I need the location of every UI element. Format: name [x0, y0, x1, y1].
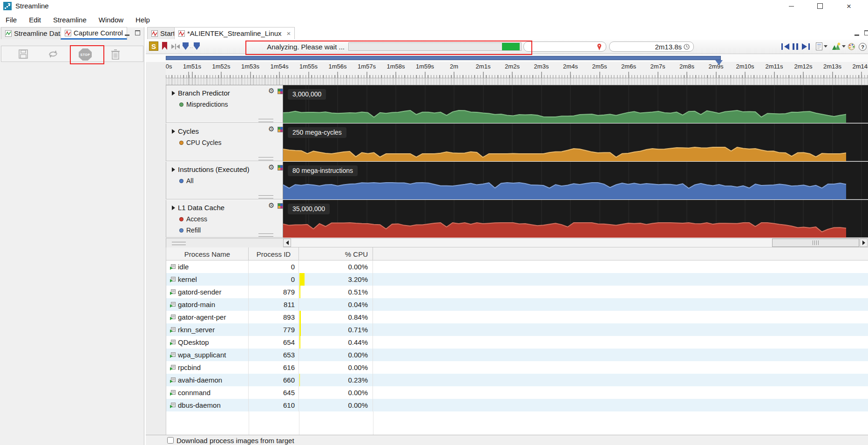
next-bookmark-icon[interactable]: [194, 42, 200, 50]
scrollbar-thumb[interactable]: [772, 239, 859, 247]
table-row[interactable]: dbus-daemon 610 0.00%: [166, 399, 868, 411]
time-label: 2m1s: [476, 63, 491, 70]
expand-arrow-icon[interactable]: [172, 167, 175, 172]
chart-horizontal-scrollbar[interactable]: [283, 238, 868, 247]
gear-icon[interactable]: ⚙: [268, 202, 274, 209]
cpu-usage-bar: [299, 374, 300, 386]
snap-to-marker-icon[interactable]: [171, 44, 180, 49]
table-row[interactable]: gator-agent-per 893 0.84%: [166, 311, 868, 323]
expand-arrow-icon[interactable]: [172, 205, 175, 210]
process-id: 653: [249, 349, 299, 361]
series-row[interactable]: CPU Cycles: [179, 139, 221, 146]
column-header-process-id[interactable]: Process ID: [249, 247, 299, 260]
process-table-header[interactable]: Process Name Process ID % CPU: [166, 247, 868, 260]
chart-title: Cycles: [178, 127, 199, 135]
panel-maximize-icon[interactable]: [135, 30, 141, 36]
chart-lane[interactable]: 3,000,000: [283, 85, 868, 123]
panel-resize-grip-icon[interactable]: [258, 119, 273, 122]
marker-field[interactable]: [523, 41, 606, 52]
stop-icon[interactable]: STOP: [79, 48, 92, 61]
series-dot-icon: [179, 179, 183, 183]
report-menu-button[interactable]: [816, 42, 827, 50]
playhead-caret-icon[interactable]: [715, 60, 723, 65]
tab-close-icon[interactable]: ×: [287, 29, 291, 37]
trash-icon[interactable]: [110, 49, 121, 60]
time-label: 1m54s: [270, 63, 288, 70]
maximize-button[interactable]: [809, 0, 831, 12]
panel-resize-grip-icon[interactable]: [258, 157, 273, 160]
panel-resize-grip-icon[interactable]: [258, 195, 273, 199]
cpu-percent: 0.00%: [348, 389, 368, 397]
gear-icon[interactable]: ⚙: [268, 88, 274, 95]
table-row[interactable]: idle 0 0.00%: [166, 260, 868, 273]
table-row[interactable]: rknn_server 779 0.71%: [166, 323, 868, 336]
tab-alientek-streamline-linux[interactable]: *ALIENTEK_Streamline_Linux ×: [174, 27, 295, 39]
color-swatch-icon[interactable]: [278, 165, 283, 171]
pause-icon[interactable]: [793, 43, 798, 50]
time-display-field[interactable]: 2m13.8s: [609, 41, 694, 52]
process-icon: [170, 377, 176, 383]
panel-resize-grip-icon[interactable]: [258, 233, 273, 237]
close-button[interactable]: ×: [838, 0, 860, 12]
chart-lane[interactable]: 35,000,000: [283, 200, 868, 238]
view-minimize-icon[interactable]: [854, 31, 861, 36]
splitter[interactable]: [166, 238, 283, 247]
gear-icon[interactable]: ⚙: [268, 126, 274, 133]
gear-icon[interactable]: ⚙: [268, 164, 274, 171]
color-swatch-icon[interactable]: [278, 203, 283, 209]
table-row[interactable]: gatord-sender 879 0.51%: [166, 286, 868, 298]
chart-config-menu-button[interactable]: [832, 42, 846, 50]
process-id: 610: [249, 399, 299, 411]
skip-to-end-icon[interactable]: [802, 43, 810, 50]
skip-to-start-icon[interactable]: [781, 43, 789, 50]
sync-icon[interactable]: [47, 49, 59, 59]
time-ruler[interactable]: 1m50s1m51s1m52s1m53s1m54s1m55s1m56s1m57s…: [166, 62, 868, 85]
bookmark-icon[interactable]: [162, 42, 167, 50]
panel-minimize-icon[interactable]: [125, 31, 131, 36]
color-theme-button[interactable]: [848, 43, 855, 52]
minimize-button[interactable]: [780, 0, 802, 12]
color-swatch-icon[interactable]: [278, 127, 283, 132]
chart-lane[interactable]: 250 mega-cycles: [283, 123, 868, 161]
series-row[interactable]: Access: [179, 215, 207, 223]
chart-lane[interactable]: 80 mega-instructions: [283, 162, 868, 199]
capture-mode-icon[interactable]: S: [149, 41, 158, 51]
download-images-checkbox[interactable]: [167, 437, 174, 444]
column-header-process-name[interactable]: Process Name: [166, 247, 249, 260]
time-label: 2m2s: [505, 63, 520, 70]
tab-streamline-data[interactable]: Streamline Data: [1, 27, 68, 39]
previous-bookmark-icon[interactable]: [183, 42, 189, 50]
timeline-range-bar[interactable]: [166, 56, 721, 60]
series-row[interactable]: Refill: [179, 226, 201, 234]
process-name: connmand: [178, 389, 210, 397]
scroll-left-button[interactable]: [283, 239, 291, 247]
area-chart: [283, 200, 868, 238]
scroll-right-button[interactable]: [860, 239, 868, 247]
time-label: 1m58s: [387, 63, 405, 70]
save-icon[interactable]: [18, 49, 28, 59]
tab-capture-control[interactable]: Capture Control: [61, 27, 127, 40]
menu-help[interactable]: Help: [136, 16, 150, 24]
process-id: 0: [249, 273, 299, 286]
expand-arrow-icon[interactable]: [172, 129, 175, 134]
table-row[interactable]: wpa_supplicant 653 0.00%: [166, 349, 868, 361]
series-row[interactable]: All: [179, 177, 194, 185]
column-header-cpu[interactable]: % CPU: [299, 247, 373, 260]
table-row[interactable]: connmand 645 0.00%: [166, 386, 868, 399]
table-row[interactable]: rpcbind 616 0.00%: [166, 361, 868, 374]
process-id: 879: [249, 286, 299, 298]
view-maximize-icon[interactable]: [864, 30, 868, 36]
expand-arrow-icon[interactable]: [172, 91, 175, 96]
color-swatch-icon[interactable]: [278, 89, 283, 94]
table-row[interactable]: QDesktop 654 0.44%: [166, 336, 868, 349]
help-button[interactable]: ?: [859, 43, 867, 51]
menu-file[interactable]: File: [6, 16, 17, 24]
menu-edit[interactable]: Edit: [29, 16, 41, 24]
series-row[interactable]: Mispredictions: [179, 101, 228, 108]
menu-window[interactable]: Window: [99, 16, 123, 24]
menu-streamline[interactable]: Streamline: [53, 16, 87, 24]
table-row[interactable]: kernel 0 3.20%: [166, 273, 868, 286]
table-row[interactable]: avahi-daemon 660 0.23%: [166, 374, 868, 386]
chart-label-panel: Instructions (Executed) ⚙ All: [166, 162, 283, 199]
table-row[interactable]: gatord-main 811 0.04%: [166, 298, 868, 311]
